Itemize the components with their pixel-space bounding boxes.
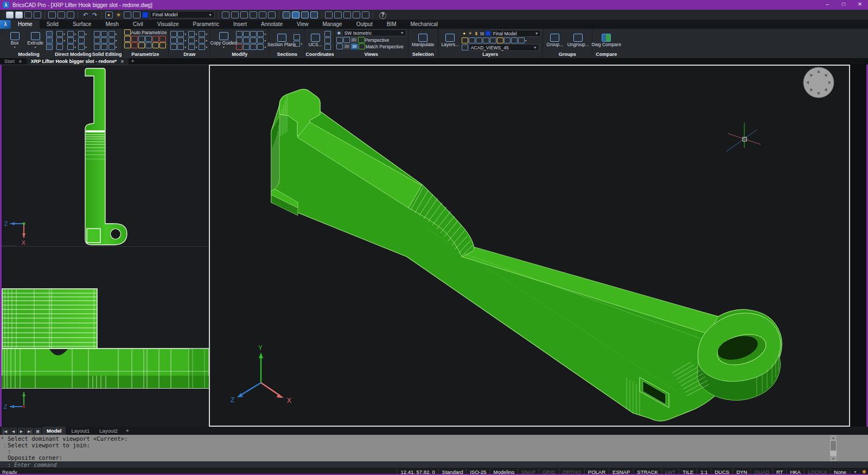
properties-icon[interactable] [353,11,360,18]
layer-plot-icon[interactable] [133,11,141,18]
view-cam-icon[interactable] [358,37,365,43]
layer-walk-icon[interactable] [518,37,525,43]
line-icon[interactable] [177,37,184,43]
view-match-icon[interactable] [359,43,365,49]
ucs-button[interactable]: UCS... [307,34,323,47]
dm-shell-icon[interactable] [78,44,85,50]
command-input[interactable]: : Enter command [0,461,868,468]
tab-view[interactable]: View [290,20,316,29]
layer-select[interactable]: Final Model ▼ [491,30,541,37]
panels-icon[interactable] [325,11,333,18]
tab-home[interactable]: Home [11,20,40,29]
doc-tab-start[interactable]: Start ✕ [0,58,27,65]
dm-rotate-face-icon[interactable] [56,44,63,50]
break-icon[interactable] [257,44,264,50]
section-on-icon[interactable] [293,34,300,40]
se-intersect-icon[interactable] [94,37,100,43]
layout-tab-layout1[interactable]: Layout1 [67,427,94,435]
layout-tab-layout2[interactable]: Layout2 [95,427,122,435]
layer-merge-icon[interactable] [511,37,518,43]
layer-lock-icon[interactable] [124,11,131,18]
viewport-3d-main[interactable]: Y Z X [209,65,850,427]
dm-move-face-icon[interactable] [56,37,63,43]
se-slice-icon[interactable] [101,37,107,43]
se-imprint-icon[interactable] [94,44,100,50]
eye-icon[interactable]: ◉ [336,30,342,36]
view-select[interactable]: SW Isometric ▼ [342,29,406,36]
close-button[interactable]: ✕ [852,0,868,10]
wireframe-style-icon[interactable] [283,11,290,18]
layer-sun-icon[interactable]: ☀ [468,31,473,36]
scroll-thumb[interactable] [831,441,836,451]
dm-fillet-icon[interactable] [67,37,74,43]
image-icon[interactable] [362,11,369,18]
layer-unisolate-icon[interactable] [469,37,475,43]
tab-insert[interactable]: Insert [226,20,254,29]
manipulate-button[interactable]: Manipulate [410,34,436,47]
current-color-swatch[interactable] [142,12,148,18]
shaded-style-icon[interactable] [292,11,299,18]
dm-stitch-icon[interactable] [78,31,85,37]
tab-annotate[interactable]: Annotate [254,20,290,29]
tab-manage[interactable]: Manage [316,20,349,29]
dm-offset-icon[interactable] [78,37,85,43]
ungroup-button[interactable]: Ungroup... [566,34,590,47]
realistic-style-icon[interactable] [301,11,309,18]
publish-icon[interactable] [67,11,74,18]
redo-icon[interactable] [91,11,98,18]
move-icon[interactable] [236,31,242,37]
annotate-icon[interactable] [334,11,342,18]
entity-snap-icon[interactable] [240,11,248,18]
badge-2d[interactable]: 2D [350,37,358,43]
layer-on-icon[interactable] [105,11,113,18]
view-key-icon[interactable] [336,37,343,43]
perspective-label[interactable]: Perspective [365,37,389,43]
prev-layout-icon[interactable]: ◀ [10,428,17,434]
dm-push-pull-icon[interactable] [56,31,63,37]
layer-isolate-icon[interactable] [462,37,468,43]
perpendicular-icon[interactable] [152,36,159,42]
arc-icon[interactable] [170,31,177,37]
auto-parametrize-button[interactable]: Auto Parametrize [124,29,167,35]
lookfrom-widget[interactable] [803,67,834,98]
minimize-button[interactable]: – [819,0,835,10]
circle-icon[interactable] [188,31,195,37]
layer-bulb-icon[interactable]: ● [462,31,467,36]
view-photo-icon[interactable] [336,43,343,49]
rotate-icon[interactable] [243,31,250,37]
xray-style-icon[interactable] [310,11,318,18]
donut-icon[interactable] [188,37,195,43]
stretch-icon[interactable] [243,37,250,43]
spline-icon[interactable] [170,37,177,43]
layer-printer-icon[interactable]: ▤ [480,31,485,36]
command-scrollbar[interactable]: ▲ ▼ [830,435,837,461]
settings-icon[interactable] [343,11,351,18]
ellipse-icon[interactable] [177,31,184,37]
dm-taper-icon[interactable] [67,44,74,50]
layer-prev-icon[interactable] [504,37,510,43]
revolve-icon[interactable] [46,44,53,50]
layer-current-icon[interactable] [490,37,496,43]
se-union-icon[interactable] [94,31,100,37]
radial-constraint-icon[interactable] [131,42,138,48]
se-align-icon[interactable] [108,31,115,37]
remove-constraint-icon[interactable] [131,36,138,42]
new-document-icon[interactable] [6,11,14,18]
polyline-icon[interactable] [199,31,205,37]
undo-icon[interactable] [81,11,89,18]
tab-mesh[interactable]: Mesh [98,20,125,29]
se-copy-face-icon[interactable] [108,37,115,43]
close-icon[interactable]: ✕ [18,59,22,64]
maximize-button[interactable]: □ [835,0,852,10]
viewport-detail-view[interactable]: Z [2,246,209,427]
se-subtract-icon[interactable] [101,31,107,37]
ucs-entity-icon[interactable] [324,44,331,50]
angle-constraint-icon[interactable] [138,42,145,48]
scroll-down-icon[interactable]: ▼ [830,456,837,461]
box-button[interactable]: Box ▾ [5,32,24,49]
add-layout-button[interactable]: + [123,428,132,434]
plot-preview-icon[interactable] [48,11,56,18]
layer-match-icon[interactable] [497,37,503,43]
open-icon[interactable] [15,11,23,18]
region-icon[interactable] [199,44,205,50]
